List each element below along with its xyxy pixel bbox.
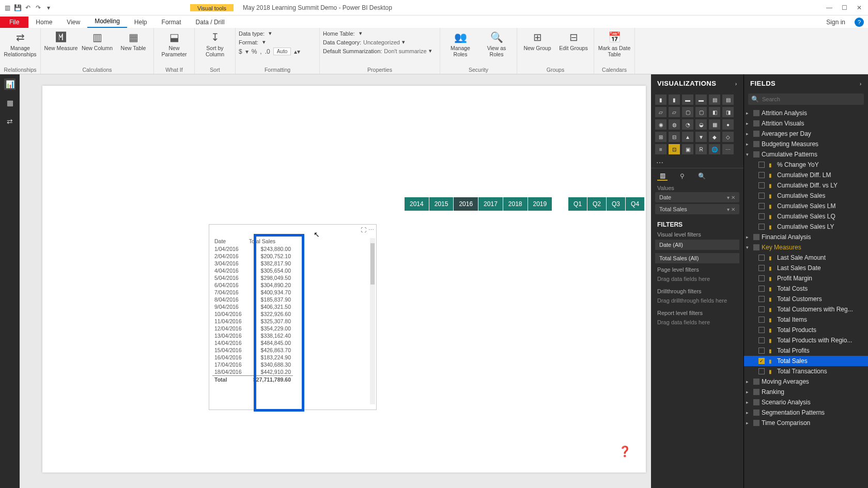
viz-type-25[interactable]: ⊡ [669,144,680,154]
field--change-yoy[interactable]: ▮% Change YoY [744,160,868,170]
data-view-icon[interactable]: ▦ [4,97,16,108]
viz-type-16[interactable]: ▦ [709,119,720,130]
report-filters-drop[interactable]: Drag data fields here [651,317,743,330]
maximize-icon[interactable]: ☐ [842,4,847,11]
quarter-chip-Q4[interactable]: Q4 [626,197,644,211]
manage-roles-button[interactable]: 👥Manage Roles [443,29,477,57]
year-chip-2014[interactable]: 2014 [405,197,429,211]
new-measure-button[interactable]: 🅼New Measure [44,29,78,51]
table-cumulative-patterns[interactable]: ▾Cumulative Patterns [744,149,868,160]
redo-icon[interactable]: ↷ [34,4,42,12]
field-cumulative-sales-ly[interactable]: ▮Cumulative Sales LY [744,222,868,232]
tab-help[interactable]: Help [127,17,154,28]
viz-type-7[interactable]: ▱ [669,107,680,117]
tab-format[interactable]: Format [154,17,189,28]
field-total-customers-with-reg-[interactable]: ▮Total Customers with Reg... [744,304,868,314]
year-chip-2015[interactable]: 2015 [429,197,454,211]
viz-type-15[interactable]: ◒ [695,119,707,130]
viz-type-12[interactable]: ◉ [655,119,667,130]
help-icon[interactable]: ? [855,18,864,27]
field-total-products[interactable]: ▮Total Products [744,325,868,335]
viz-type-20[interactable]: ▲ [682,132,693,142]
minimize-icon[interactable]: — [826,4,832,11]
fields-tree[interactable]: ▸Attrition Analysis▸Attrition Visuals▸Av… [744,108,868,488]
quarter-slicer[interactable]: Q1Q2Q3Q4 [568,197,645,211]
tab-modeling[interactable]: Modeling [87,15,127,28]
viz-type-22[interactable]: ◆ [709,132,720,142]
manage-relationships-button[interactable]: ⇄Manage Relationships [3,29,37,57]
table-time-comparison[interactable]: ▸Time Comparison [744,418,868,428]
focus-mode-icon[interactable]: ⛶ [361,227,366,233]
field-cumulative-sales-lq[interactable]: ▮Cumulative Sales LQ [744,211,868,222]
viz-type-10[interactable]: ◧ [709,107,720,117]
field-cumulative-diff-vs-ly[interactable]: ▮Cumulative Diff. vs LY [744,180,868,191]
drillthrough-drop[interactable]: Drag drillthrough fields here [651,295,743,309]
new-group-button[interactable]: ⊞New Group [520,29,554,51]
decimal-places-box[interactable]: Auto [273,48,291,55]
table-segmentation-patterns[interactable]: ▸Segmentation Patterns [744,407,868,418]
fields-tab-icon[interactable]: ▥ [657,171,668,181]
table-averages-per-day[interactable]: ▸Averages per Day [744,129,868,139]
help-float-icon[interactable]: ❓ [617,444,632,459]
format-tab-icon[interactable]: ⚲ [677,171,687,181]
viz-type-8[interactable]: ▢ [682,107,693,117]
analytics-tab-icon[interactable]: 🔍 [696,171,707,181]
year-chip-2017[interactable]: 2017 [478,197,503,211]
viz-type-11[interactable]: ◨ [722,107,734,117]
new-table-button[interactable]: ▦New Table [116,29,150,51]
quarter-chip-Q1[interactable]: Q1 [568,197,587,211]
field-cumulative-diff-lm[interactable]: ▮Cumulative Diff. LM [744,170,868,180]
stepper-icon[interactable]: ▴▾ [294,48,300,55]
field-cumulative-sales[interactable]: ▮Cumulative Sales [744,191,868,201]
field-last-sales-date[interactable]: ▮Last Sales Date [744,263,868,273]
quarter-chip-Q3[interactable]: Q3 [607,197,625,211]
decimal-icon[interactable]: .0 [265,48,270,55]
field-total-items[interactable]: ▮Total Items [744,314,868,325]
table-key-measures[interactable]: ▾Key Measures [744,242,868,253]
viz-type-5[interactable]: ▤ [722,95,734,105]
percent-icon[interactable]: % [252,48,257,55]
fields-search[interactable]: 🔍 [748,93,864,105]
format-toolbar[interactable]: $▾ % , .0 Auto ▴▾ [239,48,300,55]
viz-type-0[interactable]: ▮ [655,95,667,105]
viz-gallery[interactable]: ▮▮▬▬▤▤▱▱▢▢◧◨◉◍◔◒▦●⊞⊟▲▼◆◇≡⊡▣R🌐⋯ [651,92,743,158]
table-ranking[interactable]: ▸Ranking [744,387,868,397]
save-icon[interactable]: 💾 [13,4,22,12]
close-icon[interactable]: ✕ [857,4,862,11]
tab-view[interactable]: View [59,17,87,28]
field-total-products-with-regio-[interactable]: ▮Total Products with Regio... [744,335,868,345]
edit-groups-button[interactable]: ⊟Edit Groups [556,29,591,51]
collapse-icon[interactable]: › [735,81,737,87]
quarter-chip-Q2[interactable]: Q2 [587,197,606,211]
filter-total-sales[interactable]: Total Sales (All) [655,253,739,263]
visual-menu-icon[interactable]: ⋯ [368,227,374,233]
viz-type-18[interactable]: ⊞ [655,132,667,142]
mark-date-table-button[interactable]: 📅Mark as Date Table [597,29,631,57]
table-financial-analysis[interactable]: ▸Financial Analysis [744,232,868,242]
table-attrition-analysis[interactable]: ▸Attrition Analysis [744,108,868,118]
undo-icon[interactable]: ↶ [24,4,32,12]
viz-type-24[interactable]: ≡ [655,144,667,154]
sort-by-column-button[interactable]: ↧Sort by Column [198,29,232,57]
table-scenario-analysis[interactable]: ▸Scenario Analysis [744,397,868,407]
page-filters-drop[interactable]: Drag data fields here [651,274,743,287]
viz-type-21[interactable]: ▼ [695,132,707,142]
viz-more-icon[interactable]: ⋯ [651,158,743,168]
viz-type-26[interactable]: ▣ [682,144,693,154]
field-last-sale-amount[interactable]: ▮Last Sale Amount [744,253,868,263]
currency-icon[interactable]: $ [239,48,242,55]
filter-date[interactable]: Date (All) [655,240,739,250]
report-view-icon[interactable]: 📊 [4,78,16,90]
model-view-icon[interactable]: ⇄ [4,116,16,127]
viz-type-19[interactable]: ⊟ [669,132,680,142]
table-attrition-visuals[interactable]: ▸Attrition Visuals [744,118,868,129]
field-total-transactions[interactable]: ▮Total Transactions [744,366,868,376]
table-moving-averages[interactable]: ▸Moving Averages [744,376,868,387]
new-parameter-button[interactable]: ⬓New Parameter [157,29,191,57]
year-slicer[interactable]: 201420152016201720182019 [405,197,552,211]
field-cumulative-sales-lm[interactable]: ▮Cumulative Sales LM [744,201,868,211]
viz-type-28[interactable]: 🌐 [709,144,720,154]
qat-more-icon[interactable]: ▾ [44,4,53,12]
viz-type-2[interactable]: ▬ [682,95,693,105]
viz-type-29[interactable]: ⋯ [722,144,734,154]
